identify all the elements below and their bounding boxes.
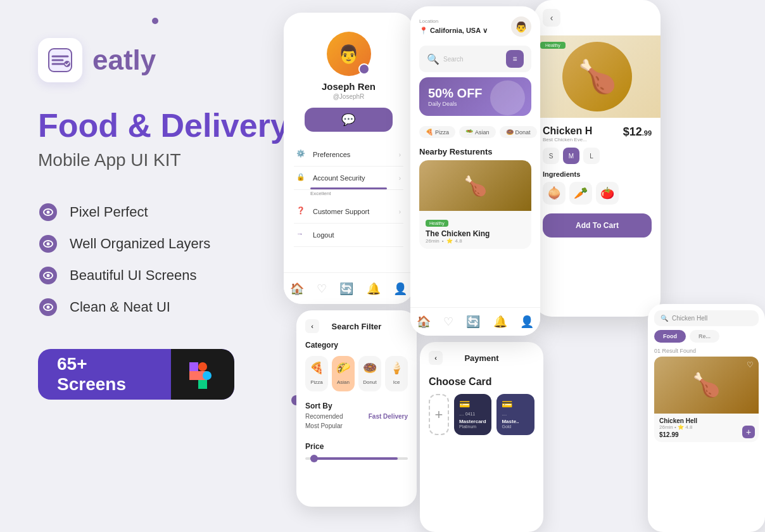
message-button[interactable]: 💬 [305, 108, 392, 132]
filter-phone: ‹ Search Filter Category 🍕 Pizza 🌮 Asian… [296, 310, 417, 507]
size-m-button[interactable]: M [563, 148, 579, 164]
restaurant-dot: • [442, 238, 444, 244]
filter-button[interactable]: ≡ [506, 50, 524, 68]
preferences-menu-item[interactable]: ⚙️ Preferences › [294, 143, 403, 167]
add-to-cart-button[interactable]: Add To Cart [543, 213, 652, 238]
profile-handle: @JosephR [294, 93, 403, 100]
home-nav-bar: 🏠 ♡ 🔄 🔔 👤 [410, 307, 540, 336]
phones-area: 👨 Joseph Ren @JosephR 💬 ⚙️ Preferences ›… [284, 0, 765, 532]
nav-heart-icon[interactable]: ♡ [317, 282, 327, 296]
restaurant-card[interactable]: 🍗 Healthy The Chicken King 26min • ⭐ 4.8 [419, 160, 531, 249]
restaurant-info: Healthy The Chicken King 26min • ⭐ 4.8 [419, 211, 531, 249]
tab-restaurant[interactable]: Re... [690, 330, 719, 343]
search-tabs-row: Food Re... [654, 330, 759, 343]
sort-label: Sort By [305, 399, 408, 413]
security-menu-item[interactable]: 🔒 Account Security › [294, 167, 403, 190]
search-results-input[interactable]: 🔍 Chicken Hell [654, 310, 759, 326]
nav2-heart-icon[interactable]: ♡ [443, 315, 453, 329]
food-price: $12.99 [623, 125, 652, 138]
asian-emoji: 🥗 [465, 129, 473, 136]
card-dots-1: .... 0411 [459, 412, 487, 416]
support-label: Customer Support [313, 208, 393, 215]
payment-back-button[interactable]: ‹ [429, 351, 443, 365]
size-selector: S M L [543, 148, 652, 164]
category-donat[interactable]: 🍩 Donat [500, 126, 537, 138]
nav-cart-icon[interactable]: 🔄 [339, 282, 353, 296]
nav2-bell-icon[interactable]: 🔔 [493, 315, 507, 329]
eye-icon-2 [38, 234, 58, 254]
category-section-label: Category [296, 338, 417, 352]
mastercard-gold[interactable]: 💳 .... Maste.. Gold [496, 394, 534, 435]
support-icon: ❓ [296, 206, 307, 217]
support-menu-item[interactable]: ❓ Customer Support › [294, 200, 403, 224]
security-bar [310, 187, 387, 189]
feature-label-1: Pixel Perfect [70, 204, 148, 220]
location-info: Location 📍 California, USA ∨ [419, 18, 488, 35]
svg-point-13 [47, 274, 50, 277]
star-icon: ⭐ [446, 238, 453, 244]
nav-bell-icon[interactable]: 🔔 [367, 282, 381, 296]
svg-rect-20 [189, 362, 198, 371]
figma-logo [187, 358, 218, 390]
price-slider-fill [310, 457, 398, 460]
filter-pizza-emoji: 🍕 [308, 361, 326, 375]
card-type-2: Gold [502, 424, 529, 429]
search-result-card[interactable]: 🍗 ♡ Chicken Hell 26min • ⭐ 4.8 $12.99 + [654, 357, 759, 442]
logout-menu-item[interactable]: → Logout [294, 224, 403, 247]
price-slider-thumb[interactable] [310, 455, 318, 462]
restaurant-name: The Chicken King [426, 229, 525, 238]
filter-cat-pizza[interactable]: 🍕 Pizza [305, 356, 328, 391]
filter-asian-emoji: 🌮 [334, 361, 352, 375]
size-l-button[interactable]: L [583, 148, 600, 164]
svg-rect-19 [198, 380, 207, 389]
ingredient-onion: 🧅 [543, 182, 566, 205]
tab-food[interactable]: Food [654, 330, 686, 343]
add-card-button[interactable]: + [429, 394, 449, 435]
filter-cat-ice[interactable]: 🍦 Ice [385, 356, 408, 391]
filter-back-button[interactable]: ‹ [305, 319, 319, 333]
avatar-badge [358, 63, 370, 75]
banner-food-image [490, 80, 525, 115]
nav2-home-icon[interactable]: 🏠 [417, 315, 431, 329]
card-chip-icon: 💳 [459, 399, 487, 409]
restaurant-rating: 4.8 [455, 238, 462, 244]
filter-cat-asian[interactable]: 🌮 Asian [332, 356, 355, 391]
user-avatar-small: 👨 [511, 16, 531, 37]
ingredient-tomato: 🍅 [596, 182, 619, 205]
result-count: 01 Result Found [648, 343, 765, 357]
food-title-row: Chicken H Best Chicken Eve... $12.99 [543, 125, 652, 142]
ingredient-carrot: 🥕 [569, 182, 592, 205]
search-bar[interactable]: 🔍 Search ≡ [419, 46, 531, 72]
nav2-profile-icon[interactable]: 👤 [520, 315, 534, 329]
category-pizza[interactable]: 🍕 Pizza [419, 126, 455, 138]
card-name-1: Mastercard [459, 419, 487, 424]
nav2-cart-icon[interactable]: 🔄 [466, 315, 480, 329]
nav-home-icon[interactable]: 🏠 [290, 282, 304, 296]
filter-cat-donut[interactable]: 🍩 Donut [358, 356, 381, 391]
filter-title: Search Filter [332, 322, 382, 331]
restaurant-time: 26min [426, 238, 439, 244]
logo-text: eatly [92, 44, 156, 76]
nearby-title: Nearby Resturents [410, 143, 540, 160]
filter-ice-emoji: 🍦 [388, 361, 405, 375]
mastercard-platinum[interactable]: 💳 .... 0411 Mastercard Platinum [454, 394, 492, 435]
card-name-2: Maste.. [502, 419, 529, 424]
nav-profile-icon[interactable]: 👤 [393, 282, 407, 296]
result-name: Chicken Hell [659, 417, 754, 424]
filter-asian-label: Asian [337, 379, 350, 385]
size-s-button[interactable]: S [543, 148, 559, 164]
category-chips: 🍕 Pizza 🥗 Asian 🍩 Donat [410, 121, 540, 143]
food-subtitle: Best Chicken Eve... [543, 137, 592, 142]
profile-avatar: 👨 [327, 32, 371, 76]
feature-label-4: Clean & Neat UI [70, 299, 170, 315]
price-range-slider[interactable] [305, 457, 408, 460]
add-result-button[interactable]: + [742, 426, 755, 438]
search-results-icon: 🔍 [661, 315, 668, 322]
result-heart-icon[interactable]: ♡ [747, 360, 754, 369]
feature-label-3: Beautiful UI Screens [70, 267, 197, 284]
category-asian[interactable]: 🥗 Asian [459, 126, 496, 138]
result-info: Chicken Hell 26min • ⭐ 4.8 $12.99 + [654, 414, 759, 442]
svg-point-16 [47, 306, 50, 309]
security-arrow: › [399, 175, 401, 182]
detail-back-button[interactable]: ‹ [543, 9, 560, 27]
